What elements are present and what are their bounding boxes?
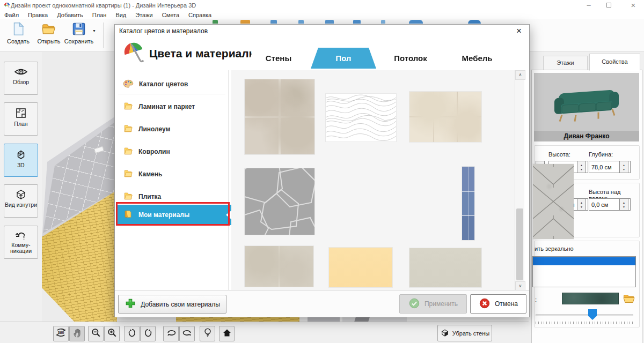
fabric-color-swatch[interactable] [562, 293, 619, 304]
toolbar-icon-sliver[interactable] [270, 20, 277, 24]
zoom-out-button[interactable] [88, 326, 104, 341]
menu-bar: Файл Правка Добавить План Вид Этажи Смет… [0, 11, 644, 19]
menu-plan[interactable]: План [92, 12, 107, 18]
tab-properties[interactable]: Свойства [589, 54, 640, 71]
check-circle-icon [408, 297, 420, 311]
toolbar-icon-sliver[interactable] [325, 20, 334, 24]
material-beige-square-tiles[interactable] [245, 79, 314, 154]
tab-floor[interactable]: Пол [311, 48, 376, 69]
menu-edit[interactable]: Правка [28, 12, 48, 18]
toolbar-icon-sliver[interactable] [213, 20, 218, 24]
material-white-wave-pattern[interactable] [326, 94, 396, 141]
toolbar-icon-sliver[interactable] [409, 20, 423, 24]
open-folder-icon [33, 21, 64, 37]
rotate-vertical-cw-icon [143, 327, 153, 340]
category-carpet[interactable]: Ковролин [118, 144, 233, 160]
toolbar-icon-sliver[interactable] [298, 20, 304, 24]
menu-floors[interactable]: Этажи [135, 12, 152, 18]
category-tile[interactable]: Плитка [118, 189, 233, 205]
interior-view-icon [4, 189, 38, 200]
light-button[interactable] [200, 326, 215, 341]
rotate-left-button[interactable] [163, 326, 179, 341]
cube-walls-icon [440, 328, 450, 339]
folder-icon [123, 169, 133, 180]
sidebar-separator [118, 94, 225, 94]
toolbar-icon-sliver[interactable] [353, 20, 361, 24]
category-stone[interactable]: Камень [118, 166, 233, 182]
title-bar: Дизайн проект однокомнатной квартиры (1)… [0, 0, 644, 11]
rotate-right-button[interactable] [179, 326, 195, 341]
apply-button[interactable]: Применить [399, 294, 467, 314]
menu-view[interactable]: Вид [115, 12, 126, 18]
depth-spinner[interactable]: ▲▼ [619, 161, 628, 173]
height-spinner[interactable]: ▲▼ [577, 161, 586, 173]
material-blue-tile-strip[interactable] [462, 167, 474, 240]
menu-add[interactable]: Добавить [57, 12, 83, 18]
material-beige-stone-tiles[interactable] [245, 246, 313, 287]
new-project-button[interactable]: Создать [3, 21, 34, 44]
remove-walls-button[interactable]: Убрать стены [437, 325, 492, 341]
height-above-floor-spinner[interactable]: ▲▼ [619, 198, 628, 211]
restore-button[interactable] [606, 3, 611, 8]
material-light-grey-solid[interactable] [409, 248, 481, 287]
menu-help[interactable]: Справка [188, 12, 211, 18]
category-linoleum[interactable]: Линолеум [118, 121, 233, 137]
rotate-360-button[interactable]: 360 [53, 326, 69, 341]
save-project-button[interactable]: Сохранить [63, 21, 94, 44]
grid-scrollbar[interactable]: ∧ ∨ [515, 70, 524, 290]
close-button[interactable]: × [625, 0, 641, 11]
dialog-close-icon[interactable]: × [513, 26, 525, 36]
rotate-down-button[interactable] [140, 326, 156, 341]
scroll-up-icon[interactable]: ∧ [515, 70, 525, 80]
toolbar-icon-sliver[interactable] [381, 20, 385, 24]
material-peach-solid[interactable] [329, 248, 392, 287]
selected-list-row[interactable] [533, 257, 635, 265]
open-project-button[interactable]: Открыть [33, 21, 64, 44]
tab-ceiling[interactable]: Потолок [377, 48, 444, 69]
toolbar-icon-sliver[interactable] [240, 20, 250, 24]
zoom-in-icon [107, 327, 118, 340]
palette-icon [123, 79, 134, 90]
menu-file[interactable]: Файл [4, 12, 19, 18]
slider-handle[interactable] [588, 309, 597, 320]
pan-button[interactable] [69, 326, 85, 341]
category-laminate[interactable]: Ламинат и паркет [118, 99, 233, 115]
zoom-out-icon [91, 327, 101, 340]
add-materials-button[interactable]: Добавить свои материалы [118, 295, 226, 314]
menu-estimate[interactable]: Смета [162, 12, 179, 18]
material-grey-hexagon-tiles[interactable] [245, 168, 314, 235]
view-inside-button[interactable]: Вид изнутри [4, 184, 38, 218]
umbrella-logo-icon [121, 40, 146, 66]
color-label: : [535, 296, 537, 303]
tab-walls[interactable]: Стены [246, 48, 311, 69]
slider-track[interactable] [536, 314, 633, 316]
category-my-materials[interactable]: Мои материалы [118, 205, 233, 225]
toolbar-icon-sliver[interactable] [468, 20, 481, 24]
folder-open-icon [123, 210, 133, 220]
tab-furniture[interactable]: Мебель [444, 48, 510, 69]
tab-floors[interactable]: Этажи [543, 56, 588, 70]
folder-icon [123, 101, 133, 112]
view-plan-button[interactable]: План [4, 102, 38, 136]
view-communications-button[interactable]: Комму-никации [4, 226, 38, 259]
rotate-up-button[interactable] [124, 326, 140, 341]
cancel-button[interactable]: Отмена [470, 294, 526, 314]
view-overview-button[interactable]: Обзор [4, 62, 38, 95]
catalog-dialog: Каталог цветов и материалов × Цвета и ма… [114, 24, 530, 317]
y-spinner[interactable]: ▲▼ [577, 198, 586, 211]
green-plus-icon [125, 297, 136, 311]
minimize-button[interactable]: – [581, 0, 597, 11]
save-dropdown-arrow[interactable]: ▼ [92, 29, 96, 33]
scroll-thumb[interactable] [516, 208, 523, 280]
view-3d-button[interactable]: 3D [4, 144, 38, 177]
dialog-header-title: Цвета и материалы [149, 47, 259, 60]
texture-folder-icon[interactable] [623, 293, 635, 307]
material-cream-marble-tiles[interactable] [409, 92, 481, 142]
material-grey-diamond-tiles[interactable] [533, 164, 574, 239]
category-color-catalog[interactable]: Каталог цветов [118, 76, 233, 92]
zoom-in-button[interactable] [104, 326, 120, 341]
material-listbox[interactable] [532, 256, 636, 287]
home-view-button[interactable] [219, 326, 235, 341]
depth-label: Глубина: [589, 151, 613, 158]
mirror-label: ить зеркально [535, 245, 574, 252]
